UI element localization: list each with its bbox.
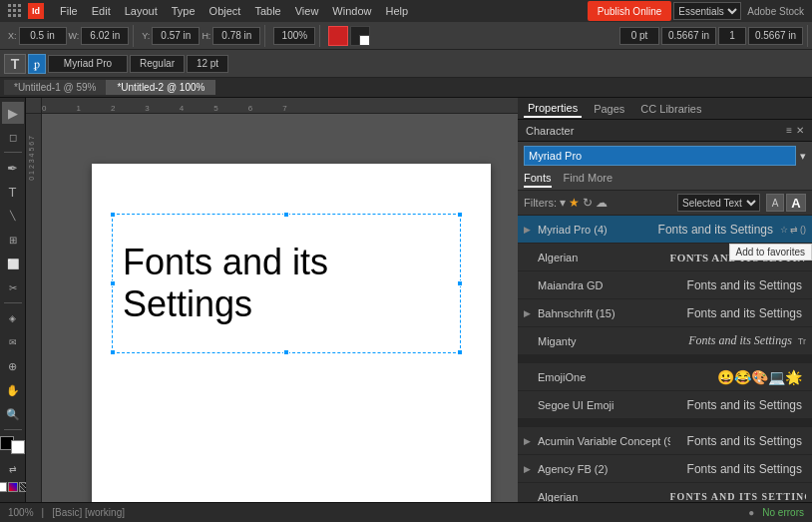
color-swatch-black[interactable]: [350, 26, 370, 46]
select-tool[interactable]: ▶: [2, 102, 24, 124]
handle-ml[interactable]: [110, 280, 116, 286]
type-icon: T: [4, 54, 26, 74]
tab-find-more[interactable]: Find More: [564, 172, 613, 188]
size2-input[interactable]: [661, 27, 716, 45]
note-tool[interactable]: ✉: [2, 331, 24, 353]
handle-bl[interactable]: [110, 349, 116, 355]
line-tool[interactable]: ╲: [2, 205, 24, 227]
handle-bc[interactable]: [283, 349, 289, 355]
sync-myriad[interactable]: ⇄: [790, 225, 798, 235]
font-row-bahnschrift-1[interactable]: ▶ Bahnschrift (15) Fonts and its Setting…: [518, 299, 812, 327]
star-myriad[interactable]: ☆: [780, 225, 788, 235]
tab-untitled1[interactable]: *Untitled-1 @ 59%: [4, 80, 107, 95]
scale-input[interactable]: [273, 27, 315, 45]
star-filter-icon[interactable]: ★: [569, 196, 580, 210]
handle-tc[interactable]: [283, 212, 289, 218]
color-swatch-red[interactable]: [328, 26, 348, 46]
h-input[interactable]: [212, 27, 260, 45]
size-input[interactable]: [619, 27, 659, 45]
direct-select-tool[interactable]: ◻: [2, 126, 24, 148]
tab-cc-libraries[interactable]: CC Libraries: [636, 101, 705, 117]
font-row-maiandra[interactable]: Maiandra GD Fonts and its Settings: [518, 271, 812, 299]
y-input[interactable]: [152, 27, 200, 45]
sort-btn-b[interactable]: A: [786, 194, 806, 212]
font-arrow-bahnschrift1: ▶: [524, 308, 534, 318]
rectangle-tool[interactable]: ⬜: [2, 253, 24, 274]
search-dropdown-icon[interactable]: ▾: [800, 150, 806, 163]
menu-object[interactable]: Object: [203, 3, 247, 19]
menu-help[interactable]: Help: [379, 3, 414, 19]
ruler-tick: 6: [248, 104, 252, 113]
font-row-algerian-1[interactable]: Algerian FONTS AND ITS SETTIN Add to fav…: [518, 244, 812, 271]
scissors-tool[interactable]: ✂: [2, 276, 24, 298]
w-label: W:: [69, 31, 80, 41]
pen-tool[interactable]: ✒: [2, 157, 24, 179]
font-row-myriad-pro[interactable]: ▶ Myriad Pro (4) Fonts and its Settings …: [518, 216, 812, 244]
char-panel-close[interactable]: ✕: [796, 125, 804, 136]
tab-properties[interactable]: Properties: [524, 100, 582, 118]
no-errors-label: No errors: [762, 507, 804, 518]
font-arrow-agency: ▶: [524, 464, 534, 474]
swap-colors[interactable]: ⇄: [2, 458, 24, 480]
font-row-segoe-emoji[interactable]: Segoe UI Emoji Fonts and its Settings: [518, 391, 812, 419]
zoom-level: 100%: [8, 507, 34, 518]
font-name-input[interactable]: [48, 55, 128, 73]
font-name-acumin: Acumin Variable Concept (91): [538, 435, 670, 447]
type-tool[interactable]: T: [2, 181, 24, 203]
menu-window[interactable]: Window: [326, 3, 377, 19]
handle-br[interactable]: [457, 349, 463, 355]
tab-pages[interactable]: Pages: [590, 101, 628, 117]
hand-tool[interactable]: ✋: [2, 379, 24, 401]
size3-input[interactable]: [748, 27, 803, 45]
apply-gradient[interactable]: [8, 482, 18, 492]
text-frame[interactable]: Fonts and its Settings: [112, 214, 461, 353]
publish-online-button[interactable]: Publish Online: [588, 1, 671, 21]
ruler-tick: 1: [76, 104, 80, 113]
x-input[interactable]: [19, 27, 67, 45]
count-input[interactable]: [718, 27, 746, 45]
char-search-row: ▾: [518, 142, 812, 170]
rectangle-frame-tool[interactable]: ⊞: [2, 229, 24, 251]
stroke-color[interactable]: [11, 440, 25, 454]
toolbar-1: X: W: Y: H:: [0, 22, 812, 50]
cloud-filter-icon[interactable]: ☁: [596, 196, 608, 210]
eyedropper-tool[interactable]: ⊕: [2, 355, 24, 377]
font-list: ▶ Myriad Pro (4) Fonts and its Settings …: [518, 216, 812, 502]
handle-tr[interactable]: [457, 212, 463, 218]
font-row-algerian-2[interactable]: Algerian FONTS AND ITS SETTING:: [518, 483, 812, 502]
font-row-acumin[interactable]: ▶ Acumin Variable Concept (91) Fonts and…: [518, 427, 812, 455]
zoom-tool[interactable]: 🔍: [2, 403, 24, 425]
font-row-agency-fb[interactable]: ▶ Agency FB (2) Fonts and its Settings: [518, 455, 812, 483]
w-input[interactable]: [81, 27, 129, 45]
tab-untitled2[interactable]: *Untitled-2 @ 100%: [107, 80, 215, 95]
menu-layout[interactable]: Layout: [119, 3, 164, 19]
menu-edit[interactable]: Edit: [86, 3, 117, 19]
refresh-filter-icon[interactable]: ↻: [583, 196, 593, 210]
char-panel-menu[interactable]: ≡: [786, 125, 792, 136]
info-myriad[interactable]: (): [800, 225, 806, 235]
font-row-miganty[interactable]: Miganty Fonts and its Settings Tr: [518, 327, 812, 355]
sort-btn-a[interactable]: A: [766, 194, 784, 212]
grid-icon: [8, 4, 22, 18]
font-row-emojione[interactable]: EmojiOne 😀😂🎨💻🌟: [518, 363, 812, 391]
gradient-tool[interactable]: ◈: [2, 307, 24, 329]
font-search-input[interactable]: [524, 146, 796, 166]
filters-row: Filters: ▾ ★ ↻ ☁ Selected Text A A: [518, 191, 812, 216]
font-size-input[interactable]: [187, 55, 228, 73]
size-group: [615, 25, 808, 47]
workspace-select[interactable]: Essentials: [673, 2, 741, 20]
handle-tl[interactable]: [110, 212, 116, 218]
tab-fonts[interactable]: Fonts: [524, 172, 552, 188]
menu-file[interactable]: File: [54, 3, 84, 19]
props-tabs-header: Properties Pages CC Libraries: [518, 98, 812, 120]
apply-color[interactable]: [0, 482, 7, 492]
handle-mr[interactable]: [457, 280, 463, 286]
menu-view[interactable]: View: [289, 3, 325, 19]
ruler-tick: 4: [180, 104, 184, 113]
menu-type[interactable]: Type: [166, 3, 202, 19]
selected-text-select[interactable]: Selected Text: [677, 194, 760, 212]
menu-table[interactable]: Table: [248, 3, 286, 19]
font-style-input[interactable]: [130, 55, 185, 73]
filter-icon-1[interactable]: ▾: [560, 196, 566, 210]
sort-buttons: A A: [766, 194, 806, 212]
